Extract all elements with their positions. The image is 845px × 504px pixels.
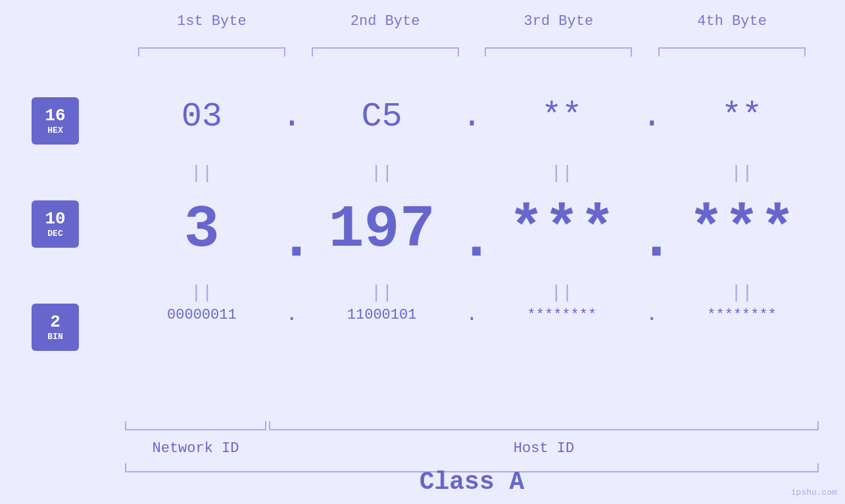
dec-b3-cell: *** [485,196,639,263]
bracket-3 [472,47,646,57]
bracket-1 [125,47,299,57]
hex-b3-value: ** [541,97,582,136]
dec-b3-value: *** [508,196,615,263]
bottom-bracket-network [125,421,266,430]
hex-b4-value: ** [721,97,762,136]
bin-dot3: . [639,304,665,326]
bin-b4-value: ******** [707,307,777,323]
bin-b3-value: ******** [527,307,597,323]
dec-b4-value: *** [688,196,795,263]
id-labels: Network ID Host ID [125,440,819,457]
dec-b1-value: 3 [184,196,220,263]
eq1-cell: || [125,163,279,183]
hex-b4-cell: ** [665,97,819,136]
bracket-4 [645,47,819,57]
equals-dec-bin: || || || || [125,283,819,303]
eq8-sym: || [731,283,753,303]
dec-badge-num: 10 [45,210,65,229]
bin-b1-cell: 00000011 [125,307,279,323]
dec-b1-cell: 3 [125,196,279,263]
bin-badge-num: 2 [50,313,60,332]
bin-b3-cell: ******** [485,307,639,323]
eq4-sym: || [731,163,753,183]
byte2-header: 2nd Byte [299,13,472,30]
eq2-sym: || [371,163,393,183]
hex-dot3: . [639,100,665,134]
bin-row: 00000011 . 11000101 . ******** . *******… [125,304,819,326]
hex-row: 03 . C5 . ** . ** [125,97,819,136]
eq1-sym: || [191,163,213,183]
eq5-sym: || [191,283,213,303]
byte-headers: 1st Byte 2nd Byte 3rd Byte 4th Byte [125,13,819,30]
eq4-cell: || [665,163,819,183]
eq6-cell: || [305,283,459,303]
bin-badge: 2 BIN [32,304,79,351]
main-container: 1st Byte 2nd Byte 3rd Byte 4th Byte 16 H… [0,0,845,504]
bin-dot1: . [279,304,305,326]
bin-b4-cell: ******** [665,307,819,323]
hex-b2-value: C5 [361,97,402,136]
hex-dot1: . [279,100,305,134]
hex-b1-cell: 03 [125,97,279,136]
hex-badge-num: 16 [45,106,65,126]
dec-badge: 10 DEC [32,200,79,248]
dec-b2-cell: 197 [305,196,459,263]
eq2-cell: || [305,163,459,183]
hex-b1-value: 03 [181,97,222,136]
dec-dot2: . [459,210,485,269]
hex-dot2: . [459,100,485,134]
host-id-label: Host ID [269,440,819,457]
bottom-brackets [125,421,819,430]
network-id-label: Network ID [125,440,266,457]
dec-row: 3 . 197 . *** . *** [125,191,819,269]
bracket-2 [299,47,472,57]
bin-dot2: . [459,304,485,326]
byte4-header: 4th Byte [645,13,819,30]
bracket-inner-2 [312,47,459,57]
hex-badge-label: HEX [47,126,62,135]
bottom-bracket-host [269,421,819,430]
byte3-header: 3rd Byte [472,13,646,30]
dec-b2-value: 197 [329,196,435,263]
eq3-sym: || [551,163,573,183]
eq7-sym: || [551,283,573,303]
hex-badge: 16 HEX [32,97,79,145]
top-brackets [125,47,819,57]
dec-badge-label: DEC [47,229,62,239]
watermark: ipshu.com [791,488,837,497]
bin-b1-value: 00000011 [167,307,237,323]
hex-b2-cell: C5 [305,97,459,136]
dec-dot3: . [639,210,665,269]
eq7-cell: || [485,283,639,303]
equals-hex-dec: || || || || [125,163,819,183]
bin-badge-label: BIN [47,332,62,342]
bracket-inner-3 [485,47,632,57]
bracket-inner-1 [138,47,285,57]
class-label: Class A [125,468,819,496]
dec-b4-cell: *** [665,196,819,263]
eq6-sym: || [371,283,393,303]
eq8-cell: || [665,283,819,303]
dec-dot1: . [279,210,305,269]
bracket-inner-4 [658,47,806,57]
bin-b2-cell: 11000101 [305,307,459,323]
eq5-cell: || [125,283,279,303]
hex-b3-cell: ** [485,97,639,136]
byte1-header: 1st Byte [125,13,299,30]
bin-b2-value: 11000101 [347,307,417,323]
eq3-cell: || [485,163,639,183]
